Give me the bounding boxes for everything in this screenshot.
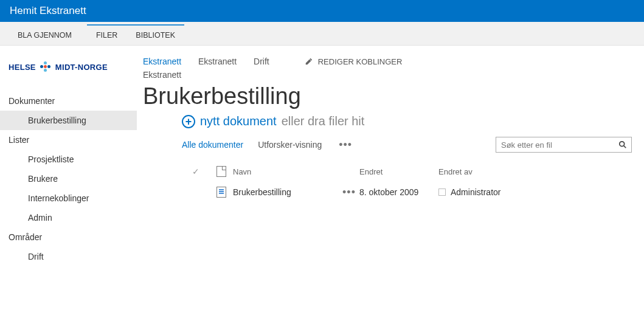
nav-item-internekoblinger[interactable]: Internekoblinger (0, 188, 137, 208)
breadcrumb-link-0[interactable]: Ekstranett (143, 57, 181, 66)
check-icon: ✓ (192, 167, 199, 176)
breadcrumb-row2-text[interactable]: Ekstranett (143, 70, 181, 80)
ribbon-tab-group: FILER BIBLIOTEK (87, 24, 184, 45)
row-modified-by-name[interactable]: Administrator (451, 187, 500, 197)
view-more-icon[interactable]: ••• (336, 139, 355, 151)
edit-links-button[interactable]: REDIGER KOBLINGER (305, 57, 403, 66)
suite-title[interactable]: Hemit Ekstranett (10, 5, 86, 17)
ellipsis-icon: ••• (340, 186, 358, 199)
search-icon (618, 140, 627, 149)
ribbon-tab-files[interactable]: FILER (87, 26, 126, 45)
suite-bar: Hemit Ekstranett (0, 0, 644, 22)
document-icon (216, 187, 226, 198)
presence-icon (438, 188, 446, 196)
col-header-modified-by[interactable]: Endret av (438, 167, 632, 176)
view-explorer[interactable]: Utforsker-visning (258, 140, 322, 150)
file-icon (216, 166, 226, 177)
site-logo[interactable]: HELSE MIDT-NORGE (0, 61, 137, 91)
nav-heading-documents[interactable]: Dokumenter (0, 91, 137, 111)
svg-point-0 (620, 142, 625, 147)
ribbon: BLA GJENNOM FILER BIBLIOTEK (0, 22, 644, 46)
new-document-row: + nytt dokument eller dra filer hit (182, 114, 632, 128)
new-document-link[interactable]: nytt dokument (200, 114, 277, 128)
breadcrumb: Ekstranett Ekstranett Drift REDIGER KOBL… (143, 57, 632, 66)
ribbon-tab-library[interactable]: BIBLIOTEK (126, 26, 184, 45)
row-name[interactable]: Brukerbestilling (233, 187, 339, 197)
breadcrumb-text-1[interactable]: Ekstranett (198, 57, 237, 66)
row-menu[interactable]: ••• (339, 186, 359, 199)
edit-links-label: REDIGER KOBLINGER (318, 57, 403, 66)
nav-item-drift[interactable]: Drift (0, 247, 137, 266)
nav-item-admin[interactable]: Admin (0, 208, 137, 227)
logo-icon (40, 61, 52, 73)
ribbon-tab-browse[interactable]: BLA GJENNOM (9, 26, 81, 45)
breadcrumb-text-2[interactable]: Drift (254, 57, 269, 66)
row-type (210, 187, 233, 198)
col-header-type[interactable] (210, 166, 233, 177)
nav-item-prosjektliste[interactable]: Prosjektliste (0, 150, 137, 169)
view-selector-row: Alle dokumenter Utforsker-visning ••• (182, 137, 632, 153)
nav-heading-lists[interactable]: Lister (0, 130, 137, 150)
pencil-icon (305, 57, 313, 66)
nav-item-brukere[interactable]: Brukere (0, 169, 137, 188)
breadcrumb-row2: Ekstranett (143, 70, 632, 80)
col-header-name[interactable]: Navn (233, 167, 339, 176)
document-table: ✓ Navn Endret Endret av Brukerbestilling… (182, 161, 632, 202)
add-icon[interactable]: + (182, 115, 195, 128)
logo-text-right: MIDT-NORGE (55, 63, 108, 72)
row-modified-by: Administrator (438, 187, 632, 197)
search-input[interactable] (496, 140, 614, 150)
search-button[interactable] (614, 140, 631, 149)
table-header: ✓ Navn Endret Endret av (182, 161, 632, 182)
nav-heading-areas[interactable]: Områder (0, 227, 137, 247)
table-row[interactable]: Brukerbestilling ••• 8. oktober 2009 Adm… (182, 182, 632, 202)
logo-text-left: HELSE (9, 63, 36, 72)
sidebar: HELSE MIDT-NORGE Dokumenter Brukerbestil… (0, 46, 137, 266)
nav-item-brukerbestilling[interactable]: Brukerbestilling (0, 111, 137, 130)
new-document-hint: eller dra filer hit (282, 114, 365, 128)
content: Ekstranett Ekstranett Drift REDIGER KOBL… (137, 46, 644, 266)
row-modified: 8. oktober 2009 (359, 187, 438, 197)
search-box (496, 137, 632, 153)
view-all-documents[interactable]: Alle dokumenter (182, 140, 243, 150)
svg-line-1 (624, 146, 626, 148)
col-header-modified[interactable]: Endret (359, 167, 438, 176)
page-title: Brukerbestilling (143, 83, 632, 109)
col-header-select[interactable]: ✓ (182, 167, 210, 176)
